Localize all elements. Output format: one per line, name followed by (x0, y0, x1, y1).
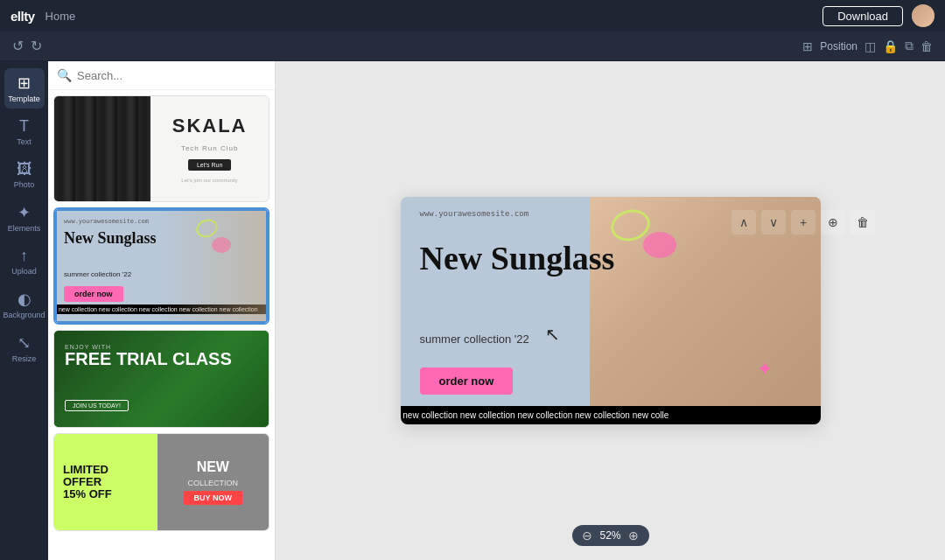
copy-icon[interactable]: ⧉ (905, 38, 914, 53)
template-grid: SKALA Tech Run Club Let's Run Let's join… (48, 90, 275, 560)
canvas-controls: ∧ ∨ + ⊕ 🗑 (732, 210, 875, 234)
topbar-left: ellty Home (10, 9, 75, 24)
nav-home[interactable]: Home (46, 10, 76, 23)
sunglass-card-inner: www.yourawesome​site.com New Sunglass su… (55, 209, 268, 323)
sidebar-label-upload: Upload (11, 267, 37, 276)
sunglass-subtitle: summer collection '22 (64, 270, 131, 278)
sunglass-model (162, 211, 267, 321)
offer-buynow: BUY NOW (184, 491, 242, 505)
skala-sub2: Let's join our community (181, 178, 238, 183)
sidebar-label-elements: Elements (8, 224, 41, 233)
template-card-tennis[interactable]: ENJOY WITH FREE TRIAL CLASS JOIN US TODA… (53, 330, 270, 428)
skala-button: Let's Run (188, 159, 231, 171)
template-icon: ⊞ (18, 74, 31, 93)
canvas-banner: new collection new collection new collec… (401, 406, 821, 424)
search-icon: 🔍 (57, 68, 72, 82)
sidebar-label-resize: Resize (12, 354, 37, 363)
toolbar2: ↺ ↻ ⊞ Position ◫ 🔒 ⧉ 🗑 (0, 32, 945, 61)
zoom-bar: ⊖ 52% ⊕ (571, 525, 648, 546)
undo-button[interactable]: ↺ (12, 38, 24, 54)
sidebar: ⊞ Template T Text 🖼 Photo ✦ Elements ↑ U… (0, 61, 48, 560)
template-panel: 🔍 SKALA Tech Run Club Let's Run Let's jo… (48, 61, 276, 560)
zoom-in-button[interactable]: ⊕ (628, 528, 639, 542)
avatar[interactable] (912, 4, 934, 27)
delete-canvas-button[interactable]: 🗑 (850, 210, 875, 234)
sidebar-item-upload[interactable]: ↑ Upload (4, 242, 45, 281)
main-layout: ⊞ Template T Text 🖼 Photo ✦ Elements ↑ U… (0, 61, 945, 560)
layers-icon[interactable]: ⊞ (802, 39, 813, 53)
align-icon[interactable]: ◫ (864, 39, 876, 53)
canvas-star: ✦ (757, 358, 773, 381)
canvas-url: www.yourawesome​site.com (420, 209, 529, 218)
redo-button[interactable]: ↻ (31, 38, 42, 54)
canvas-cta[interactable]: order now (420, 368, 514, 395)
tennis-headline: FREE TRIAL CLASS (65, 350, 232, 368)
upload-icon: ↑ (20, 247, 28, 265)
position-label: Position (820, 40, 858, 52)
sidebar-label-text: Text (17, 137, 32, 146)
sunglass-bg: www.yourawesome​site.com New Sunglass su… (57, 211, 266, 321)
sidebar-label-template: Template (8, 94, 40, 103)
toolbar2-right: ⊞ Position ◫ 🔒 ⧉ 🗑 (802, 38, 933, 53)
skala-title: SKALA (172, 115, 248, 137)
skala-bg (54, 96, 150, 201)
skala-content: SKALA Tech Run Club Let's Run Let's join… (150, 96, 269, 201)
background-icon: ◐ (18, 290, 32, 309)
move-down-button[interactable]: ∨ (761, 210, 786, 234)
skala-subtitle: Tech Run Club (181, 144, 238, 152)
offer-card-inner: LIMITEDOFFER15% OFF NEW COLLECTION BUY N… (54, 434, 269, 530)
resize-icon: ⤡ (18, 333, 31, 353)
topbar-right: Download (822, 4, 934, 27)
template-card-skala[interactable]: SKALA Tech Run Club Let's Run Let's join… (53, 95, 270, 202)
offer-left: LIMITEDOFFER15% OFF (54, 434, 158, 530)
toolbar2-left: ↺ ↻ (12, 38, 42, 54)
tennis-cta: JOIN US TODAY! (65, 400, 129, 411)
download-button[interactable]: Download (822, 6, 903, 26)
sunglass-title: New Sunglass (64, 230, 157, 248)
offer-text: LIMITEDOFFER15% OFF (63, 464, 149, 501)
canvas-deco-blob (643, 232, 676, 258)
zoom-out-button[interactable]: ⊖ (582, 528, 592, 542)
tennis-card-inner: ENJOY WITH FREE TRIAL CLASS JOIN US TODA… (54, 331, 269, 427)
sunglass-url: www.yourawesome​site.com (64, 218, 149, 225)
text-icon: T (19, 117, 29, 136)
canvas-subtitle: summer collection '22 (420, 332, 529, 346)
delete-icon[interactable]: 🗑 (920, 39, 933, 53)
sunglass-cta: order now (64, 286, 123, 302)
canvas-area[interactable]: ∧ ∨ + ⊕ 🗑 www.yourawesome​site.com New S… (276, 61, 945, 560)
template-card-offer[interactable]: LIMITEDOFFER15% OFF NEW COLLECTION BUY N… (53, 433, 270, 531)
sidebar-item-photo[interactable]: 🖼 Photo (4, 155, 45, 194)
sidebar-label-background: Background (3, 311, 45, 319)
template-card-sunglass[interactable]: www.yourawesome​site.com New Sunglass su… (53, 207, 270, 325)
offer-collection: COLLECTION (188, 479, 239, 487)
skala-photo (54, 96, 150, 201)
offer-new: NEW (197, 459, 229, 475)
sidebar-label-photo: Photo (14, 180, 35, 189)
lock-icon[interactable]: 🔒 (883, 39, 898, 53)
elements-icon: ✦ (18, 203, 31, 222)
duplicate-button[interactable]: ⊕ (821, 210, 845, 234)
offer-right: NEW COLLECTION BUY NOW (158, 434, 269, 530)
tennis-text: ENJOY WITH FREE TRIAL CLASS (65, 344, 232, 368)
search-input[interactable] (77, 69, 266, 82)
sidebar-item-resize[interactable]: ⤡ Resize (4, 328, 45, 368)
skala-card-inner: SKALA Tech Run Club Let's Run Let's join… (54, 96, 269, 201)
sidebar-item-elements[interactable]: ✦ Elements (4, 198, 45, 238)
avatar-image (912, 4, 934, 27)
canvas-title: New Sunglass (420, 241, 615, 277)
app-logo: ellty (10, 9, 35, 24)
sidebar-item-template[interactable]: ⊞ Template (4, 68, 45, 108)
move-up-button[interactable]: ∧ (732, 210, 756, 234)
zoom-level: 52% (599, 529, 620, 542)
sidebar-item-text[interactable]: T Text (4, 112, 45, 151)
sidebar-item-background[interactable]: ◐ Background (4, 284, 45, 325)
topbar: ellty Home Download (0, 0, 945, 32)
photo-icon: 🖼 (17, 160, 32, 178)
add-button[interactable]: + (791, 210, 816, 234)
search-bar: 🔍 (48, 61, 275, 90)
